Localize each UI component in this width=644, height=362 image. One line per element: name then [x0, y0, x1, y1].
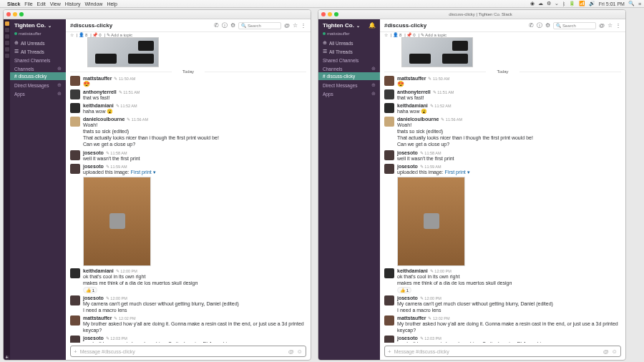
phone-icon[interactable]: ✆ [214, 22, 219, 29]
workspace-tile[interactable] [5, 28, 9, 32]
wifi-icon[interactable]: 📶 [579, 1, 585, 6]
workspace-tile[interactable] [5, 41, 9, 45]
workspace-tile[interactable] [5, 54, 9, 58]
attach-icon[interactable]: + [388, 348, 391, 355]
menu-history[interactable]: History [65, 1, 81, 6]
add-app-icon[interactable]: ⊕ [57, 91, 62, 97]
close-icon[interactable] [321, 12, 326, 16]
sidebar-all-unreads[interactable]: ⊕ All Unreads [10, 39, 66, 47]
battery-icon[interactable]: 🔋 [569, 1, 575, 6]
add-channel-icon[interactable]: ⊕ [57, 66, 62, 72]
menu-view[interactable]: View [50, 1, 61, 6]
workspace-name[interactable]: Tighten Co.⌄🔔 [318, 19, 380, 31]
spotlight-icon[interactable]: 🔍 [628, 1, 635, 6]
sidebar-dm-header[interactable]: Direct Messages⊕ [10, 80, 66, 89]
status-icon[interactable]: ⚙ [547, 1, 551, 6]
emoji-icon[interactable]: ☺ [612, 348, 618, 355]
minimize-icon[interactable] [328, 12, 332, 16]
avatar[interactable] [384, 150, 394, 160]
avatar[interactable] [70, 89, 80, 99]
sidebar-all-unreads[interactable]: ⊕ All Unreads [318, 39, 380, 47]
channel-name[interactable]: #discuss-clicky [384, 22, 426, 29]
sidebar-channels-header[interactable]: Channels⊕ [318, 64, 380, 72]
mentions-icon[interactable]: @ [284, 22, 290, 29]
attachment-link[interactable]: First print ▾ [131, 170, 156, 175]
author-name[interactable]: josesoto [83, 295, 104, 300]
zoom-icon[interactable] [334, 12, 338, 16]
more-icon[interactable]: ⋮ [301, 22, 306, 29]
sidebar-apps-header[interactable]: Apps⊕ [318, 89, 380, 97]
timestamp[interactable]: ✎ 11:56 AM [441, 117, 462, 122]
sidebar-channel-discuss-clicky[interactable]: # discuss-clicky [318, 72, 380, 80]
author-name[interactable]: keithdamiani [83, 268, 114, 273]
avatar[interactable] [384, 164, 394, 174]
avatar[interactable] [70, 336, 80, 343]
author-name[interactable]: mattstauffer [83, 76, 112, 81]
sidebar-dm-header[interactable]: Direct Messages⊕ [318, 80, 380, 89]
author-name[interactable]: josesoto [397, 295, 418, 300]
channel-name[interactable]: #discuss-clicky [70, 22, 112, 29]
author-name[interactable]: mattstauffer [397, 315, 426, 321]
reaction-badge[interactable]: 👍 1 [83, 287, 97, 293]
author-name[interactable]: josesoto [397, 150, 418, 155]
timestamp[interactable]: ✎ 11:59 AM [106, 165, 127, 169]
author-name[interactable]: josesoto [83, 150, 104, 155]
user-status[interactable]: mattstauffer [318, 31, 380, 39]
search-input[interactable]: 🔍Search [553, 22, 596, 29]
avatar[interactable] [384, 89, 394, 99]
timestamp[interactable]: ✎ 11:59 AM [420, 165, 441, 169]
bell-icon[interactable]: 🔔 [369, 22, 376, 29]
status-icon[interactable]: ☁ [538, 1, 543, 6]
author-name[interactable]: danielcoulbourne [83, 117, 125, 122]
more-icon[interactable]: ⋮ [615, 22, 621, 29]
star-icon[interactable]: ☆ [384, 32, 388, 37]
avatar[interactable] [384, 268, 394, 278]
timestamp[interactable]: ✎ 12:00 PM [116, 269, 137, 273]
mention-icon[interactable]: @ [603, 348, 609, 355]
add-dm-icon[interactable]: ⊕ [371, 82, 376, 88]
info-icon[interactable]: ⓘ [222, 21, 228, 29]
timestamp[interactable]: ✎ 12:00 PM [430, 269, 452, 273]
timestamp[interactable]: ✎ 11:56 AM [127, 117, 148, 122]
app-name[interactable]: Slack [7, 1, 20, 6]
image-attachment[interactable] [87, 37, 159, 67]
avatar[interactable] [70, 164, 80, 174]
sidebar-shared-channels[interactable]: Shared Channels [10, 56, 66, 64]
phone-icon[interactable]: ✆ [529, 22, 534, 29]
avatar[interactable] [384, 315, 394, 326]
gear-icon[interactable]: ⚙ [230, 22, 235, 29]
attachment-link[interactable]: First print ▾ [445, 170, 470, 175]
timestamp[interactable]: ✎ 11:50 AM [114, 77, 135, 81]
emoji-icon[interactable]: ☺ [297, 348, 303, 355]
menu-edit[interactable]: Edit [37, 1, 46, 6]
avatar[interactable] [384, 117, 394, 127]
bluetooth-icon[interactable]: ᛒ [562, 1, 565, 6]
add-channel-icon[interactable]: ⊕ [371, 66, 376, 72]
author-name[interactable]: mattstauffer [397, 76, 426, 81]
timestamp[interactable]: ✎ 11:58 AM [106, 151, 127, 155]
author-name[interactable]: keithdamiani [397, 268, 428, 273]
notif-icon[interactable]: ≡ [638, 1, 641, 6]
avatar[interactable] [384, 295, 394, 305]
workspace-tile[interactable] [5, 21, 9, 26]
avatar[interactable] [70, 150, 80, 160]
menu-window[interactable]: Window [84, 1, 102, 6]
avatar[interactable] [384, 103, 394, 113]
avatar[interactable] [70, 76, 80, 86]
image-attachment[interactable] [83, 177, 151, 266]
volume-icon[interactable]: 🔊 [589, 1, 595, 6]
gear-icon[interactable]: ⚙ [545, 22, 550, 29]
menu-file[interactable]: File [24, 1, 32, 6]
menu-help[interactable]: Help [107, 1, 117, 6]
mentions-icon[interactable]: @ [599, 22, 605, 29]
author-name[interactable]: keithdamiani [83, 103, 114, 108]
attach-icon[interactable]: + [74, 348, 77, 355]
timestamp[interactable]: ✎ 11:58 AM [420, 151, 441, 155]
wifi-icon[interactable]: ⌄ [555, 1, 559, 6]
author-name[interactable]: anthonyterrell [83, 89, 117, 94]
close-icon[interactable] [6, 12, 11, 16]
avatar[interactable] [384, 336, 394, 343]
status-icon[interactable]: ◉ [530, 1, 535, 6]
star-icon[interactable]: ☆ [70, 32, 74, 37]
minimize-icon[interactable] [13, 12, 17, 16]
